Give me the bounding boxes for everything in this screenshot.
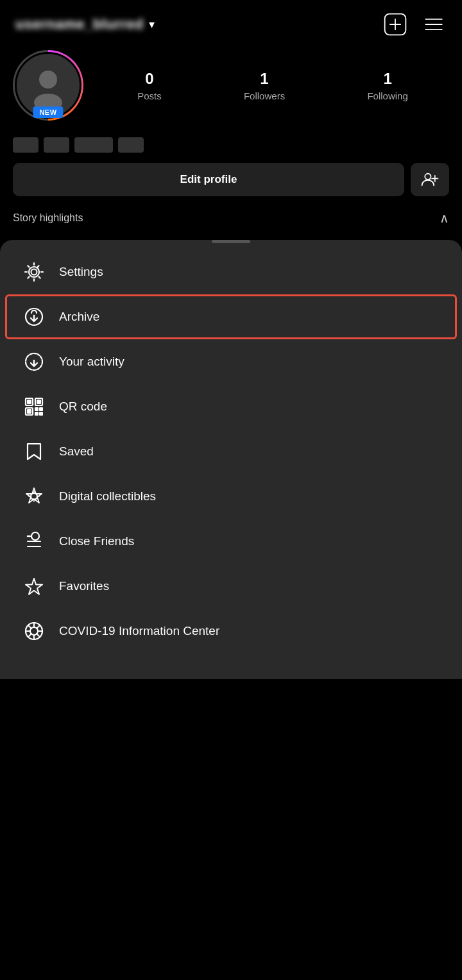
svg-rect-19: [37, 400, 40, 403]
followers-label: Followers: [244, 90, 285, 101]
menu-item-archive[interactable]: Archive: [5, 294, 457, 339]
story-dot-4: [118, 137, 144, 153]
svg-rect-20: [28, 410, 31, 413]
posts-stat[interactable]: 0 Posts: [137, 70, 162, 101]
svg-rect-21: [35, 408, 38, 410]
new-post-button[interactable]: [382, 12, 408, 37]
story-dots: [0, 131, 462, 156]
star-icon: [23, 575, 45, 597]
svg-rect-23: [35, 412, 38, 415]
menu-item-covid[interactable]: COVID-19 Information Center: [5, 609, 457, 654]
menu-item-favorites[interactable]: Favorites: [5, 564, 457, 609]
qr-code-label: QR code: [59, 400, 107, 414]
qr-icon: [23, 396, 45, 418]
menu-item-close-friends[interactable]: Close Friends: [5, 519, 457, 564]
followers-stat[interactable]: 1 Followers: [244, 70, 285, 101]
following-stat[interactable]: 1 Following: [367, 70, 407, 101]
svg-point-11: [31, 269, 37, 275]
digital-collectibles-label: Digital collectibles: [59, 489, 156, 503]
bookmark-icon: [23, 441, 45, 462]
story-dot-2: [44, 137, 69, 153]
following-label: Following: [367, 90, 407, 101]
avatar-icon: [26, 63, 71, 108]
svg-point-12: [29, 267, 39, 277]
settings-label: Settings: [59, 265, 103, 279]
close-friends-icon: [23, 530, 45, 552]
story-dot-1: [13, 137, 38, 153]
activity-icon: [23, 351, 45, 373]
story-highlights-row[interactable]: Story highlights ∧: [0, 203, 462, 231]
add-person-button[interactable]: [411, 163, 449, 196]
top-icons: [382, 12, 447, 37]
posts-label: Posts: [137, 90, 162, 101]
svg-rect-22: [40, 408, 42, 410]
bottom-sheet: Settings Archive Your activity: [0, 240, 462, 679]
your-activity-label: Your activity: [59, 355, 124, 369]
gear-icon: [23, 261, 45, 283]
favorites-label: Favorites: [59, 579, 109, 593]
new-badge: NEW: [33, 106, 63, 118]
svg-point-6: [39, 71, 57, 89]
edit-profile-button[interactable]: Edit profile: [13, 163, 404, 196]
add-person-icon: [421, 171, 439, 189]
story-highlights-label: Story highlights: [13, 212, 83, 224]
svg-line-38: [37, 634, 40, 637]
saved-label: Saved: [59, 444, 94, 459]
posts-count: 0: [145, 70, 153, 88]
menu-item-digital-collectibles[interactable]: Digital collectibles: [5, 474, 457, 519]
svg-point-7: [34, 94, 62, 108]
svg-point-8: [425, 174, 431, 180]
covid-label: COVID-19 Information Center: [59, 624, 219, 638]
svg-line-37: [29, 626, 32, 629]
story-dot-3: [74, 137, 113, 153]
svg-rect-24: [40, 412, 42, 415]
menu-item-your-activity[interactable]: Your activity: [5, 339, 457, 384]
menu-item-settings[interactable]: Settings: [5, 249, 457, 294]
svg-rect-18: [28, 400, 31, 403]
menu-item-qr-code[interactable]: QR code: [5, 384, 457, 429]
avatar[interactable]: NEW: [13, 50, 83, 121]
username-text: username_blurred: [15, 16, 144, 33]
profile-info-row: NEW 0 Posts 1 Followers 1 Following: [13, 50, 449, 121]
menu-item-saved[interactable]: Saved: [5, 429, 457, 474]
covid-icon: [23, 620, 45, 642]
top-bar: username_blurred ▾: [0, 0, 462, 44]
stats-row: 0 Posts 1 Followers 1 Following: [96, 70, 449, 101]
sheet-handle: [212, 240, 250, 243]
svg-line-39: [37, 626, 40, 629]
chevron-up-icon[interactable]: ∧: [440, 210, 449, 226]
followers-count: 1: [260, 70, 268, 88]
close-friends-label: Close Friends: [59, 534, 134, 548]
archive-label: Archive: [59, 310, 99, 324]
chevron-down-icon[interactable]: ▾: [149, 17, 155, 31]
hamburger-menu-button[interactable]: [421, 12, 447, 37]
collectibles-icon: [23, 486, 45, 507]
action-row: Edit profile: [0, 156, 462, 203]
following-count: 1: [383, 70, 391, 88]
svg-line-40: [29, 634, 32, 637]
archive-icon: [23, 306, 45, 328]
username-area[interactable]: username_blurred ▾: [15, 16, 155, 33]
profile-section: NEW 0 Posts 1 Followers 1 Following: [0, 44, 462, 131]
